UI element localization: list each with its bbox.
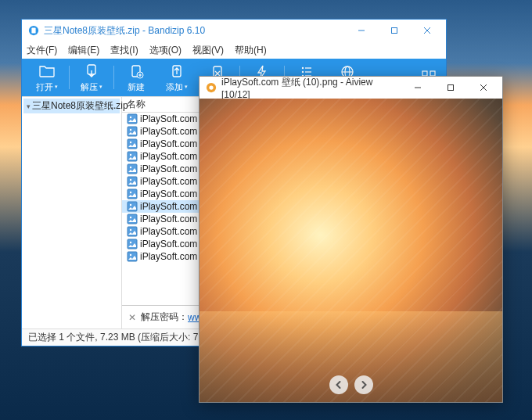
svg-point-47 — [130, 229, 131, 231]
image-file-icon — [127, 113, 138, 124]
extract-icon — [84, 63, 99, 79]
svg-point-39 — [130, 179, 131, 181]
tree-expand-icon[interactable]: ▾ — [27, 102, 31, 110]
svg-rect-40 — [128, 189, 137, 199]
add-file-icon — [169, 63, 185, 79]
menu-view[interactable]: 视图(V) — [192, 44, 224, 57]
svg-rect-50 — [128, 252, 137, 261]
aiview-image-viewport[interactable] — [200, 99, 502, 402]
menu-find[interactable]: 查找(I) — [110, 44, 138, 57]
svg-rect-36 — [128, 164, 137, 174]
svg-rect-28 — [128, 114, 137, 124]
aiview-app-icon — [206, 82, 217, 93]
password-label: 解压密码： — [141, 311, 188, 324]
bandizip-minimize-button[interactable] — [346, 21, 377, 40]
toolbar-extract-button[interactable]: 解压▾ — [71, 60, 112, 95]
svg-point-53 — [209, 85, 213, 89]
bandizip-close-button[interactable] — [412, 21, 443, 40]
svg-rect-3 — [392, 28, 397, 34]
svg-point-45 — [130, 217, 131, 218]
svg-point-29 — [130, 117, 131, 118]
menu-options[interactable]: 选项(O) — [149, 44, 182, 57]
aiview-titlebar[interactable]: iPlaySoft.com 壁纸 (10).png - Aiview [10/1… — [200, 77, 502, 99]
menu-edit[interactable]: 编辑(E) — [68, 44, 99, 57]
toolbar-new-label: 新建 — [128, 81, 145, 93]
bandizip-app-icon — [28, 25, 39, 36]
bandizip-maximize-button[interactable] — [379, 21, 410, 40]
image-file-icon — [127, 151, 138, 162]
column-name-label: 名称 — [127, 98, 146, 111]
image-file-icon — [127, 138, 138, 149]
aiview-maximize-button[interactable] — [435, 78, 466, 97]
toolbar-add-button[interactable]: 添加▾ — [156, 60, 197, 95]
image-file-icon — [127, 176, 138, 187]
svg-point-35 — [130, 154, 131, 156]
svg-point-37 — [130, 167, 131, 168]
image-file-icon — [127, 126, 138, 137]
svg-rect-48 — [128, 239, 137, 249]
svg-point-51 — [130, 254, 131, 256]
image-file-icon — [127, 201, 138, 212]
svg-rect-55 — [448, 85, 454, 91]
password-close-icon[interactable]: ✕ — [128, 312, 136, 323]
svg-point-49 — [130, 242, 131, 243]
image-file-icon — [127, 239, 138, 249]
svg-point-33 — [130, 142, 131, 143]
tree-root-label: 三星Note8原装壁纸.zip — [32, 99, 128, 113]
svg-rect-44 — [128, 214, 137, 224]
svg-point-41 — [130, 192, 131, 193]
svg-rect-34 — [128, 152, 137, 161]
toolbar-add-label: 添加 — [166, 82, 183, 92]
aiview-title: iPlaySoft.com 壁纸 (10).png - Aiview [10/1… — [221, 76, 402, 100]
menu-help[interactable]: 帮助(H) — [235, 44, 267, 57]
svg-rect-30 — [128, 127, 137, 136]
menu-file[interactable]: 文件(F) — [27, 44, 57, 57]
toolbar-open-button[interactable]: 打开▾ — [27, 60, 67, 95]
svg-rect-1 — [31, 28, 35, 34]
image-file-icon — [127, 163, 138, 174]
aiview-next-button[interactable] — [354, 375, 373, 394]
aiview-minimize-button[interactable] — [402, 78, 433, 97]
arrow-left-icon — [334, 380, 343, 389]
image-file-icon — [127, 226, 138, 237]
folder-open-icon — [38, 63, 56, 79]
image-file-icon — [127, 188, 138, 199]
svg-point-31 — [130, 129, 131, 131]
toolbar-open-label: 打开 — [36, 82, 53, 92]
svg-rect-38 — [128, 177, 137, 186]
svg-rect-46 — [128, 227, 137, 236]
toolbar-new-button[interactable]: 新建 — [116, 60, 156, 95]
aiview-window: iPlaySoft.com 壁纸 (10).png - Aiview [10/1… — [199, 76, 503, 403]
svg-rect-42 — [128, 202, 137, 211]
aiview-prev-button[interactable] — [329, 375, 348, 394]
toolbar-extract-label: 解压 — [81, 82, 98, 92]
svg-point-15 — [302, 71, 304, 73]
bandizip-titlebar[interactable]: 三星Note8原装壁纸.zip - Bandizip 6.10 — [22, 20, 446, 41]
bandizip-title: 三星Note8原装壁纸.zip - Bandizip 6.10 — [44, 24, 346, 38]
svg-point-43 — [130, 204, 131, 206]
svg-rect-32 — [128, 139, 137, 149]
bandizip-menubar: 文件(F) 编辑(E) 查找(I) 选项(O) 视图(V) 帮助(H) — [22, 41, 446, 59]
bandizip-tree-panel: ▾ 三星Note8原装壁纸.zip — [22, 97, 122, 328]
image-file-icon — [127, 251, 138, 262]
image-file-icon — [127, 214, 138, 224]
arrow-right-icon — [359, 380, 368, 389]
new-archive-icon — [128, 63, 144, 79]
tree-root-item[interactable]: ▾ 三星Note8原装壁纸.zip — [23, 99, 120, 113]
aiview-close-button[interactable] — [468, 78, 499, 97]
svg-point-13 — [302, 67, 304, 69]
